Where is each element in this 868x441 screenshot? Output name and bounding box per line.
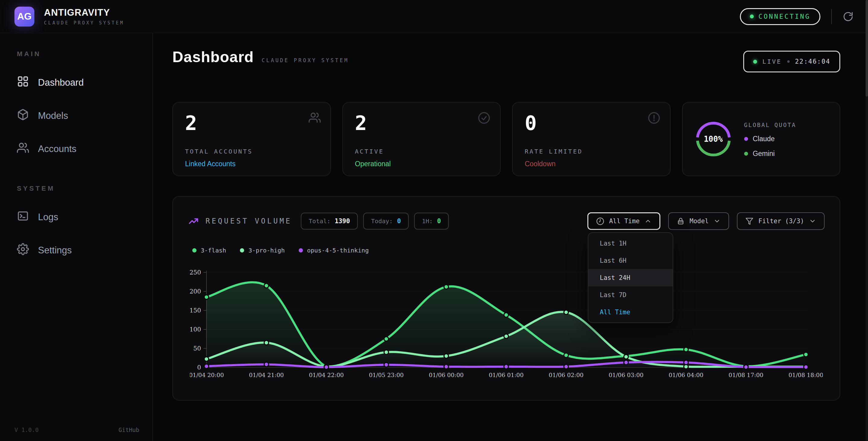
stat-sublabel: Cooldown	[525, 160, 658, 168]
svg-text:01/06 02:00: 01/06 02:00	[549, 372, 584, 378]
pill-value: 0	[437, 217, 441, 225]
svg-text:01/06 01:00: 01/06 01:00	[489, 372, 524, 378]
stat-cards-row: 2 TOTAL ACCOUNTS Linked Accounts 2 ACTIV…	[173, 102, 840, 176]
svg-text:50: 50	[193, 345, 201, 352]
sidebar-section-system: SYSTEM	[17, 185, 141, 193]
legend-dot	[299, 248, 303, 253]
model-filter-label: Model	[689, 217, 709, 225]
dropdown-item-last-6h[interactable]: Last 6H	[588, 252, 673, 269]
legend-label: 3-flash	[201, 247, 226, 254]
svg-text:01/06 04:00: 01/06 04:00	[669, 372, 704, 378]
topbar: AG ANTIGRAVITY CLAUDE PROXY SYSTEM CONNE…	[0, 0, 868, 33]
stat-sublabel: Operational	[355, 160, 488, 168]
filter-button[interactable]: Filter (3/3)	[737, 212, 825, 230]
trending-up-icon	[188, 216, 199, 227]
page-title: Dashboard	[173, 48, 254, 66]
sidebar-item-label: Settings	[38, 245, 72, 256]
quota-legend-claude: Claude	[744, 135, 796, 143]
svg-text:250: 250	[190, 269, 201, 276]
sidebar-item-dashboard[interactable]: Dashboard	[14, 68, 141, 97]
brand: ANTIGRAVITY CLAUDE PROXY SYSTEM	[44, 7, 124, 26]
pill-value: 0	[397, 217, 401, 225]
stat-label: RATE LIMITED	[525, 148, 658, 155]
one-hour-pill: 1H: 0	[414, 213, 449, 230]
refresh-icon[interactable]	[843, 11, 854, 22]
time-range-button[interactable]: All Time	[587, 212, 660, 230]
sidebar-item-accounts[interactable]: Accounts	[14, 135, 141, 164]
pill-label: 1H:	[422, 217, 433, 225]
sidebar-item-label: Models	[38, 110, 68, 121]
topbar-divider	[831, 9, 832, 24]
svg-text:01/04 22:00: 01/04 22:00	[309, 372, 344, 378]
users-icon	[17, 142, 29, 156]
app-version: V 1.0.0	[14, 427, 38, 433]
today-pill: Today: 0	[363, 213, 409, 230]
svg-text:01/04 21:00: 01/04 21:00	[249, 372, 284, 378]
clock-value: 22:46:04	[795, 58, 830, 65]
logo-text: AG	[17, 11, 32, 22]
quota-donut: 100%	[695, 120, 732, 158]
legend-dot	[192, 248, 196, 253]
live-clock-badge: LIVE 22:46:04	[743, 51, 840, 72]
sidebar: MAIN Dashboard Models Accounts SYSTEM Lo…	[0, 33, 153, 441]
sidebar-item-label: Accounts	[38, 144, 76, 154]
dropdown-item-last-24h[interactable]: Last 24H	[588, 269, 673, 286]
github-link[interactable]: GitHub	[119, 427, 139, 433]
model-box-icon	[677, 217, 685, 225]
sidebar-item-logs[interactable]: Logs	[14, 203, 141, 232]
model-filter-button[interactable]: Model	[668, 212, 729, 230]
stat-value: 0	[525, 113, 658, 133]
svg-text:100: 100	[190, 326, 201, 333]
stat-card-rate-limited: 0 RATE LIMITED Cooldown	[512, 102, 671, 176]
live-dot	[753, 60, 757, 64]
request-volume-chart: 05010015020025001/04 20:0001/04 21:0001/…	[190, 269, 823, 396]
stat-sublabel: Linked Accounts	[185, 160, 318, 168]
svg-text:01/08 17:00: 01/08 17:00	[728, 372, 764, 378]
svg-text:0: 0	[197, 364, 201, 371]
app-title: ANTIGRAVITY	[44, 7, 124, 18]
chart-legend: 3-flash 3-pro-high opus-4-5-thinking	[192, 247, 825, 254]
legend-label: 3-pro-high	[248, 247, 284, 254]
legend-item-3-flash: 3-flash	[192, 247, 226, 254]
time-range-label: All Time	[609, 217, 640, 225]
dropdown-item-all-time[interactable]: All Time	[588, 303, 673, 321]
quota-title: GLOBAL QUOTA	[744, 122, 796, 128]
live-label: LIVE	[763, 58, 782, 65]
users-icon	[309, 112, 321, 125]
stat-label: ACTIVE	[355, 148, 488, 155]
chevron-up-icon	[644, 217, 652, 225]
svg-text:150: 150	[190, 307, 201, 314]
page-subtitle: CLAUDE PROXY SYSTEM	[261, 57, 349, 63]
quota-legend-gemini: Gemini	[744, 150, 796, 158]
svg-text:01/08 18:00: 01/08 18:00	[788, 372, 823, 378]
clock-icon	[596, 217, 604, 225]
stat-value: 2	[355, 113, 488, 133]
sidebar-item-settings[interactable]: Settings	[14, 236, 141, 265]
gemini-dot	[744, 152, 748, 156]
pill-label: Total:	[309, 217, 330, 225]
scrollbar-thumb[interactable]	[866, 0, 868, 96]
svg-text:200: 200	[190, 288, 201, 295]
connection-status-label: CONNECTING	[758, 13, 810, 20]
svg-text:01/06 00:00: 01/06 00:00	[429, 372, 464, 378]
stat-label: TOTAL ACCOUNTS	[185, 148, 318, 155]
quota-percent: 100%	[695, 120, 732, 158]
stat-card-active: 2 ACTIVE Operational	[342, 102, 501, 176]
status-dot	[750, 14, 754, 19]
separator-dot	[787, 60, 789, 63]
quota-legend-label: Gemini	[753, 150, 775, 158]
panel-title: REQUEST VOLUME	[206, 217, 292, 225]
main-content: Dashboard CLAUDE PROXY SYSTEM LIVE 22:46…	[153, 33, 868, 441]
terminal-icon	[17, 210, 29, 225]
sidebar-item-models[interactable]: Models	[14, 101, 141, 130]
line-chart-svg: 05010015020025001/04 20:0001/04 21:0001/…	[190, 269, 823, 396]
sidebar-item-label: Dashboard	[38, 77, 84, 88]
time-range-dropdown: Last 1H Last 6H Last 24H Last 7D All Tim…	[588, 232, 673, 323]
connection-status-badge: CONNECTING	[740, 8, 820, 25]
cube-icon	[17, 109, 29, 123]
dropdown-item-last-7d[interactable]: Last 7D	[588, 286, 673, 303]
scrollbar-track[interactable]	[866, 0, 868, 441]
dropdown-item-last-1h[interactable]: Last 1H	[588, 235, 673, 252]
request-volume-panel: REQUEST VOLUME Total: 1390 Today: 0 1H: …	[173, 196, 840, 401]
stat-card-total-accounts: 2 TOTAL ACCOUNTS Linked Accounts	[173, 102, 331, 176]
